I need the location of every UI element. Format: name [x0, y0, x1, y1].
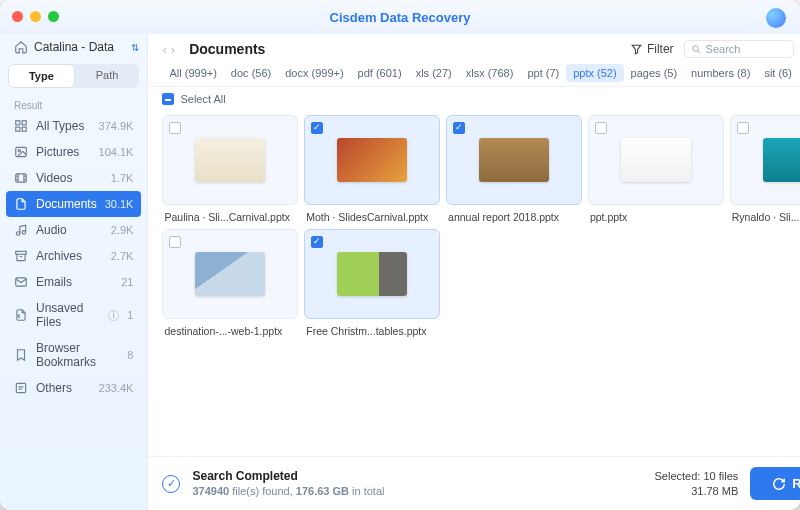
filetype-xlsx[interactable]: xlsx (768) [459, 64, 521, 82]
category-all-types[interactable]: All Types374.9K [0, 113, 147, 139]
category-count: 1.7K [111, 172, 134, 184]
avatar-icon[interactable] [766, 8, 786, 28]
recover-icon [772, 477, 786, 491]
file-tile[interactable]: Free Christm...tables.pptx [304, 229, 440, 337]
file-tile[interactable]: ppt.pptx [588, 115, 724, 223]
svg-rect-11 [16, 383, 25, 392]
filter-button[interactable]: Filter [630, 42, 674, 56]
status-bar: ✓ Search Completed 374940 file(s) found,… [148, 456, 800, 510]
status-summary: 374940 file(s) found, 176.63 GB in total [192, 484, 384, 499]
category-count: 8 [127, 349, 133, 361]
window-close-button[interactable] [12, 11, 23, 22]
category-others[interactable]: Others233.4K [0, 375, 147, 401]
recover-button[interactable]: Recover [750, 467, 800, 500]
category-archives[interactable]: Archives2.7K [0, 243, 147, 269]
category-audio[interactable]: Audio2.9K [0, 217, 147, 243]
category-pictures[interactable]: Pictures104.1K [0, 139, 147, 165]
window-minimize-button[interactable] [30, 11, 41, 22]
category-browser-bookmarks[interactable]: Browser Bookmarks8 [0, 335, 147, 375]
category-count: 104.1K [99, 146, 134, 158]
filter-label: Filter [647, 42, 674, 56]
filetype-All[interactable]: All (999+) [162, 64, 223, 82]
filetype-ppt[interactable]: ppt (7) [520, 64, 566, 82]
file-name: annual report 2018.pptx [446, 211, 582, 223]
file-tile[interactable]: Rynaldo · Sli...arnival.pptx [730, 115, 800, 223]
category-label: Archives [36, 249, 103, 263]
file-grid: Paulina · Sli...Carnival.pptxMoth · Slid… [162, 115, 800, 337]
file-checkbox[interactable] [453, 122, 465, 134]
filetype-numbers[interactable]: numbers (8) [684, 64, 757, 82]
sort-icon[interactable]: ⇅ [131, 42, 137, 53]
disk-row[interactable]: Catalina - Data ⇅ [0, 34, 147, 60]
file-tile[interactable]: destination-...-web-1.pptx [162, 229, 298, 337]
category-label: All Types [36, 119, 91, 133]
category-videos[interactable]: Videos1.7K [0, 165, 147, 191]
category-documents[interactable]: Documents30.1K [6, 191, 141, 217]
bookmark-icon [14, 348, 28, 362]
category-count: 30.1K [105, 198, 134, 210]
tab-path[interactable]: Path [75, 64, 140, 88]
info-icon[interactable]: i [108, 310, 119, 321]
select-all-checkbox[interactable] [162, 93, 174, 105]
file-thumb-box [730, 115, 800, 205]
svg-rect-9 [16, 251, 27, 254]
file-thumbnail [479, 138, 549, 182]
sidebar-section-label: Result [0, 92, 147, 113]
category-label: Others [36, 381, 91, 395]
window-controls [12, 11, 59, 22]
file-checkbox[interactable] [595, 122, 607, 134]
grid-icon [14, 119, 28, 133]
nav-forward-icon[interactable]: › [171, 42, 175, 57]
category-emails[interactable]: Emails21 [0, 269, 147, 295]
file-thumbnail [763, 138, 800, 182]
filetype-pdf[interactable]: pdf (601) [351, 64, 409, 82]
search-input[interactable]: Search [684, 40, 794, 58]
file-thumb-box [304, 229, 440, 319]
tab-type[interactable]: Type [8, 64, 75, 88]
file-tile[interactable]: Paulina · Sli...Carnival.pptx [162, 115, 298, 223]
filetype-docx[interactable]: docx (999+) [278, 64, 350, 82]
filetype-pptx[interactable]: pptx (52) [566, 64, 623, 82]
svg-rect-2 [16, 127, 20, 131]
scan-complete-icon: ✓ [162, 475, 180, 493]
file-tile[interactable]: Moth · SlidesCarnival.pptx [304, 115, 440, 223]
filetype-xls[interactable]: xls (27) [409, 64, 459, 82]
breadcrumb-title: Documents [189, 41, 265, 57]
filetype-doc[interactable]: doc (56) [224, 64, 278, 82]
file-checkbox[interactable] [737, 122, 749, 134]
filetype-sit[interactable]: sit (6) [757, 64, 799, 82]
svg-point-5 [18, 150, 20, 152]
film-icon [14, 171, 28, 185]
category-label: Audio [36, 223, 103, 237]
file-thumb-box [446, 115, 582, 205]
window-maximize-button[interactable] [48, 11, 59, 22]
toolbar: ‹ › Documents Filter Search [148, 34, 800, 60]
select-all-row[interactable]: Select All [148, 87, 800, 111]
file-checkbox[interactable] [311, 122, 323, 134]
svg-rect-3 [22, 127, 26, 131]
archive-icon [14, 249, 28, 263]
file-thumb-box [162, 115, 298, 205]
other-icon [14, 381, 28, 395]
filetype-pages[interactable]: pages (5) [624, 64, 684, 82]
category-label: Videos [36, 171, 103, 185]
svg-rect-4 [16, 147, 27, 156]
category-list: All Types374.9KPictures104.1KVideos1.7KD… [0, 113, 147, 401]
app-title: Cisdem Data Recovery [330, 10, 471, 25]
file-grid-scroll[interactable]: Paulina · Sli...Carnival.pptxMoth · Slid… [148, 111, 800, 456]
svg-rect-6 [16, 174, 27, 182]
category-count: 21 [121, 276, 133, 288]
file-tile[interactable]: annual report 2018.pptx [446, 115, 582, 223]
file-checkbox[interactable] [311, 236, 323, 248]
svg-rect-0 [16, 121, 20, 125]
category-label: Emails [36, 275, 113, 289]
category-count: 233.4K [99, 382, 134, 394]
category-unsaved-files[interactable]: Unsaved Filesi1 [0, 295, 147, 335]
file-checkbox[interactable] [169, 122, 181, 134]
file-thumb-box [162, 229, 298, 319]
nav-back-icon[interactable]: ‹ [162, 42, 166, 57]
nav-arrows: ‹ › [162, 42, 175, 57]
file-thumbnail [621, 138, 691, 182]
file-checkbox[interactable] [169, 236, 181, 248]
file-name: Moth · SlidesCarnival.pptx [304, 211, 440, 223]
